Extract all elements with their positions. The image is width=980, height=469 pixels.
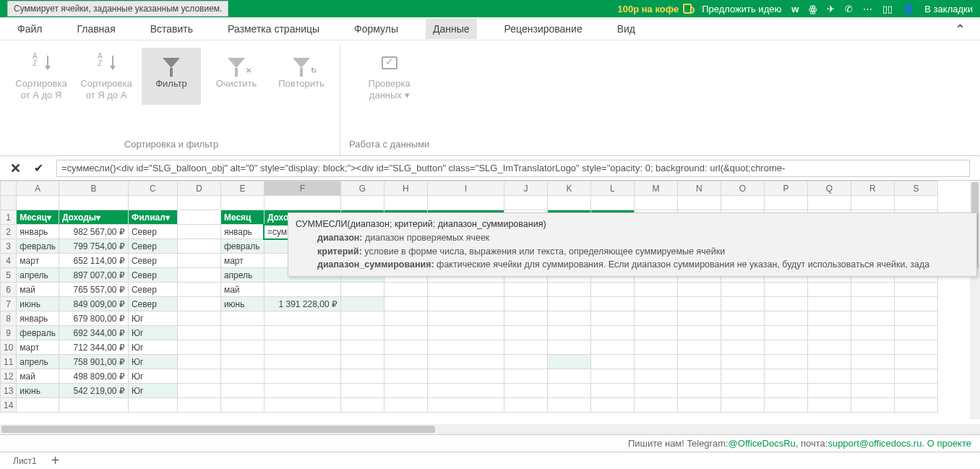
cell[interactable] <box>504 326 547 340</box>
cell[interactable] <box>547 398 590 413</box>
cell[interactable] <box>807 369 851 384</box>
col-header-N[interactable]: N <box>677 181 721 196</box>
cell[interactable] <box>340 384 384 398</box>
cell[interactable]: январь <box>17 311 59 326</box>
cell[interactable] <box>427 398 504 413</box>
table-header[interactable]: Доходы▾ <box>59 210 128 225</box>
cell[interactable] <box>504 384 547 398</box>
cell[interactable] <box>504 369 547 384</box>
cell[interactable]: 849 009,00 ₽ <box>59 297 128 311</box>
sort-desc-button[interactable]: Сортировка от Я до А <box>77 48 136 105</box>
formula-input[interactable] <box>56 160 970 177</box>
cell[interactable] <box>547 297 590 311</box>
cell[interactable] <box>264 398 340 413</box>
cell[interactable] <box>851 369 894 384</box>
cell[interactable] <box>590 326 634 340</box>
cell[interactable] <box>851 340 894 355</box>
cell[interactable] <box>590 311 634 326</box>
cell[interactable] <box>547 196 590 210</box>
cell[interactable] <box>17 398 59 413</box>
cell[interactable] <box>59 398 128 413</box>
col-header-B[interactable]: B <box>59 181 128 196</box>
cell[interactable] <box>894 196 937 210</box>
row-header[interactable]: 10 <box>1 340 17 355</box>
cell[interactable] <box>894 369 937 384</box>
cell[interactable] <box>764 311 807 326</box>
cell[interactable]: 712 344,00 ₽ <box>59 340 128 355</box>
cell[interactable] <box>851 196 894 210</box>
cell[interactable]: Юг <box>128 311 177 326</box>
cell[interactable] <box>177 210 220 225</box>
cell[interactable] <box>220 398 264 413</box>
cell[interactable] <box>851 384 894 398</box>
cell[interactable] <box>764 283 807 297</box>
cell[interactable] <box>807 398 851 413</box>
bookmark-link[interactable]: В закладки <box>924 4 973 14</box>
col-header-P[interactable]: P <box>764 181 807 196</box>
cell[interactable] <box>177 239 220 254</box>
cell[interactable] <box>677 326 721 340</box>
collapse-ribbon-icon[interactable]: ⌃ <box>955 22 966 38</box>
add-sheet-button[interactable]: + <box>51 452 60 469</box>
cell[interactable]: 679 800,00 ₽ <box>59 311 128 326</box>
cell[interactable] <box>220 196 264 210</box>
cell[interactable] <box>677 311 721 326</box>
cell[interactable] <box>340 311 384 326</box>
cell[interactable] <box>894 340 937 355</box>
cell[interactable] <box>177 283 220 297</box>
cell[interactable] <box>340 196 384 210</box>
person-icon[interactable]: 👤 <box>903 4 914 14</box>
cell[interactable]: Юг <box>128 326 177 340</box>
cell[interactable] <box>634 326 677 340</box>
reapply-button[interactable]: ↻Повторить <box>272 48 331 105</box>
cell[interactable] <box>427 196 504 210</box>
col-header-K[interactable]: K <box>547 181 590 196</box>
cell[interactable] <box>894 355 937 369</box>
cell[interactable] <box>547 384 590 398</box>
row-header[interactable]: 6 <box>1 283 17 297</box>
tab-data[interactable]: Данные <box>426 19 477 39</box>
cell[interactable]: март <box>220 254 264 268</box>
cell[interactable] <box>264 326 340 340</box>
cell[interactable]: май <box>220 283 264 297</box>
row-header[interactable]: 13 <box>1 384 17 398</box>
cell[interactable]: март <box>17 340 59 355</box>
cell[interactable]: 765 557,00 ₽ <box>59 283 128 297</box>
cell[interactable] <box>634 297 677 311</box>
cell[interactable] <box>764 369 807 384</box>
book-icon[interactable]: ▯▯ <box>882 4 893 14</box>
cell[interactable] <box>634 355 677 369</box>
cell[interactable] <box>547 340 590 355</box>
tab-layout[interactable]: Разметка страницы <box>220 19 327 39</box>
whatsapp-icon[interactable]: ✆ <box>845 4 853 14</box>
cell[interactable] <box>177 196 220 210</box>
cell[interactable]: апрель <box>220 268 264 283</box>
cell[interactable] <box>764 326 807 340</box>
cell[interactable] <box>677 369 721 384</box>
cell[interactable]: 498 809,00 ₽ <box>59 369 128 384</box>
cell[interactable] <box>547 369 590 384</box>
tab-home[interactable]: Главная <box>69 19 122 39</box>
col-header-S[interactable]: S <box>894 181 937 196</box>
col-header-R[interactable]: R <box>851 181 894 196</box>
cell[interactable] <box>807 326 851 340</box>
cell[interactable] <box>427 283 504 297</box>
cell[interactable] <box>340 398 384 413</box>
cell[interactable]: апрель <box>17 355 59 369</box>
row-header[interactable] <box>1 196 17 210</box>
cell[interactable] <box>851 283 894 297</box>
cell[interactable] <box>851 355 894 369</box>
cell[interactable] <box>504 355 547 369</box>
cell[interactable] <box>851 311 894 326</box>
cell[interactable] <box>634 283 677 297</box>
cell[interactable] <box>634 369 677 384</box>
cell[interactable] <box>677 384 721 398</box>
cell[interactable] <box>384 398 427 413</box>
cell[interactable] <box>220 369 264 384</box>
vk-icon[interactable]: w <box>791 4 799 14</box>
cell[interactable] <box>894 326 937 340</box>
cell[interactable]: Север <box>128 225 177 239</box>
cell[interactable] <box>721 196 764 210</box>
sort-asc-button[interactable]: Сортировка от А до Я <box>12 48 71 105</box>
col-header-L[interactable]: L <box>590 181 634 196</box>
